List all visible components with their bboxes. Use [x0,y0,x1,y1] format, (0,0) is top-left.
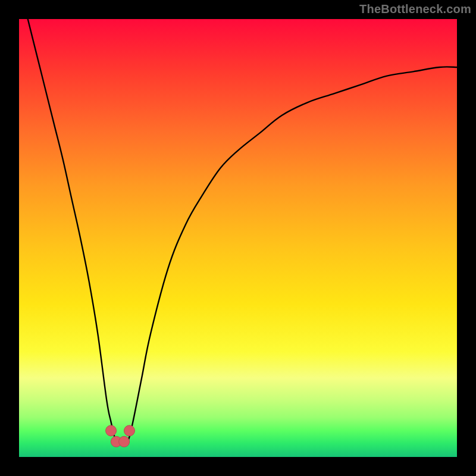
curve-marker [124,425,134,436]
v-curve-path [28,19,457,444]
watermark-text: TheBottleneck.com [359,2,471,16]
curve-marker [106,425,117,436]
plot-area [19,19,457,457]
curve-minimum-markers [106,425,135,447]
curve-svg [19,19,457,457]
curve-marker [119,436,130,447]
chart-stage: TheBottleneck.com [0,0,476,476]
